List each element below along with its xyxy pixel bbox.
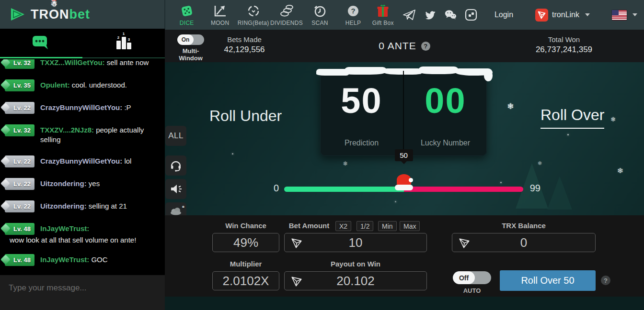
slider-tooltip: 50 — [395, 149, 413, 161]
login-button[interactable]: Login — [494, 11, 513, 19]
wechat-icon[interactable] — [444, 9, 457, 21]
slider-max-label: 99 — [530, 183, 540, 194]
bet-x2-button[interactable]: X2 — [335, 221, 351, 231]
main-area: DICE MOON RING(Beta) DIVIDENDS — [165, 0, 644, 310]
tab-leaderboard[interactable]: 2 1 3 — [82, 29, 165, 57]
roll-under-label[interactable]: Roll Under — [209, 107, 282, 125]
ring-icon — [247, 4, 260, 18]
lucky-number-half: 00 Lucky Number — [403, 71, 487, 156]
chat-username[interactable]: Uitzondering: — [40, 179, 87, 188]
filter-all-button[interactable]: ALL — [165, 126, 186, 146]
slider-handle-santa-hat[interactable]: 50 — [395, 174, 413, 191]
auto-label: AUTO — [452, 287, 492, 294]
bet-amount-input[interactable]: 10 — [284, 233, 427, 252]
payout-field: 20.102 — [284, 271, 427, 290]
clock-icon — [313, 4, 327, 18]
support-button[interactable] — [165, 155, 186, 176]
level-badge: Lv. 35 — [5, 79, 34, 91]
chat-username[interactable]: InJayWeTrust: — [40, 255, 89, 264]
chat-input-area — [0, 275, 165, 310]
logo-tr: TR — [31, 7, 49, 22]
chat-message: Lv. 22 Uitzondering: selling at 21 — [0, 195, 165, 218]
chat-message: Lv. 48 InJayWeTrust: — [0, 218, 165, 237]
roll-over-label[interactable]: Roll Over — [540, 106, 604, 129]
sidebar-header: TRO☃Nbet — [0, 0, 165, 29]
dice-game-area: ❄ ❄ ❄ ❄ ❄ ALL — [165, 62, 644, 215]
weather-effect-button[interactable]: 🔒︎ — [165, 202, 186, 215]
nav-item-help[interactable]: ? HELP — [336, 4, 369, 26]
lucky-number-caption: Lucky Number — [421, 139, 470, 147]
tronlink-dropdown[interactable]: tronLink — [535, 9, 590, 22]
nav-item-scan[interactable]: SCAN — [303, 4, 336, 26]
stats-bar: On Multi-Window Bets Made 42,129,556 0 A… — [165, 30, 644, 62]
language-dropdown[interactable] — [612, 10, 637, 20]
social-links — [403, 9, 477, 21]
chat-text: cool. understood. — [72, 81, 127, 89]
footer-strip — [165, 297, 644, 310]
roll-help-icon[interactable]: ? — [601, 276, 610, 285]
headset-icon — [170, 159, 182, 172]
coins-icon — [279, 4, 294, 18]
play-triangle-icon — [10, 7, 26, 22]
telegram-icon[interactable] — [403, 9, 415, 21]
slider-track-under[interactable] — [284, 187, 404, 192]
snowman-icon: ☃ — [51, 0, 58, 7]
multiplier-input[interactable]: 2.0102X — [212, 271, 279, 290]
giftbox-icon — [376, 4, 390, 18]
nav-item-dice[interactable]: DICE — [170, 4, 203, 26]
tronbet-dice-page: TRO☃Nbet 2 1 3 — [0, 0, 644, 310]
tab-chat[interactable] — [0, 29, 82, 58]
payout-label: Payout on Win — [284, 260, 427, 268]
nav-item-moon[interactable]: MOON — [203, 4, 236, 26]
sound-button[interactable] — [165, 179, 186, 199]
bet-min-button[interactable]: Min — [378, 221, 397, 231]
level-badge: Lv. 22 — [5, 200, 34, 212]
chat-text: :P — [124, 103, 131, 111]
bet-panel: Win Chance 49% Bet Amount X2 1/2 Min Max… — [165, 215, 644, 297]
snowflake-icon: ❄ — [538, 160, 542, 166]
chat-username[interactable]: Uitzondering: — [40, 202, 87, 210]
chat-username[interactable]: InJayWeTrust: — [40, 224, 89, 232]
twitter-icon[interactable] — [424, 9, 436, 21]
chat-username[interactable]: CrazyBunnyWillGetYou: — [40, 103, 122, 111]
prediction-slider[interactable]: 0 99 50 — [284, 183, 523, 195]
win-chance-input[interactable]: 49% — [212, 233, 279, 252]
tronbet-logo[interactable]: TRO☃Nbet — [10, 7, 90, 22]
trx-balance-label: TRX Balance — [452, 221, 596, 230]
level-badge: Lv. 48 — [5, 254, 34, 266]
nav-item-dividends[interactable]: DIVIDENDS — [270, 4, 303, 26]
moon-chart-icon — [213, 4, 227, 18]
chat-username[interactable]: CrazyBunnyWillGetYou: — [40, 157, 122, 165]
podium-icon: 2 1 3 — [116, 37, 131, 49]
chat-username[interactable]: Opulent: — [40, 81, 70, 89]
chat-message-list[interactable]: Lv. 32 TXXZ...WillGetYou: sell ante now … — [0, 59, 165, 275]
nav-item-ring[interactable]: RING(Beta) — [237, 4, 270, 26]
slider-min-label: 0 — [274, 183, 279, 194]
level-badge: Lv. 32 — [5, 59, 34, 69]
multiplier-label: Multiplier — [212, 260, 279, 268]
bet-half-button[interactable]: 1/2 — [356, 221, 373, 231]
logo-o: O☃ — [49, 7, 59, 22]
trx-balance-field: 0 — [452, 233, 596, 252]
tronlink-icon — [535, 9, 548, 22]
chat-message: Lv. 48 InJayWeTrust: GOC — [0, 249, 165, 271]
slider-track-over[interactable] — [404, 187, 524, 192]
chat-message: Lv. 35 Opulent: cool. understood. — [0, 74, 165, 97]
chat-username[interactable]: TXXZV....2NJz8: — [40, 126, 94, 134]
auto-toggle[interactable]: Off — [453, 271, 491, 284]
level-badge: Lv. 22 — [5, 102, 34, 114]
snowflake-icon: ❄ — [610, 116, 616, 123]
roll-over-button[interactable]: Roll Over 50 — [500, 270, 596, 291]
bet-max-button[interactable]: Max — [400, 221, 420, 231]
chat-username[interactable]: TXXZ...WillGetYou: — [40, 59, 105, 66]
chat-message-input[interactable] — [0, 275, 165, 310]
snowflake-icon: ❄ — [507, 101, 514, 111]
ante-help-icon[interactable]: ? — [421, 42, 430, 51]
speaker-icon — [170, 183, 182, 195]
nav-item-giftbox[interactable]: Gift Box — [370, 4, 396, 26]
lucky-number-value: 00 — [425, 83, 466, 119]
chat-message: Lv. 32 TXXZV....2NJz8: people actually s… — [0, 119, 165, 150]
trx-icon — [290, 275, 303, 288]
blog-icon[interactable] — [465, 9, 477, 21]
christmas-tree — [547, 176, 572, 210]
